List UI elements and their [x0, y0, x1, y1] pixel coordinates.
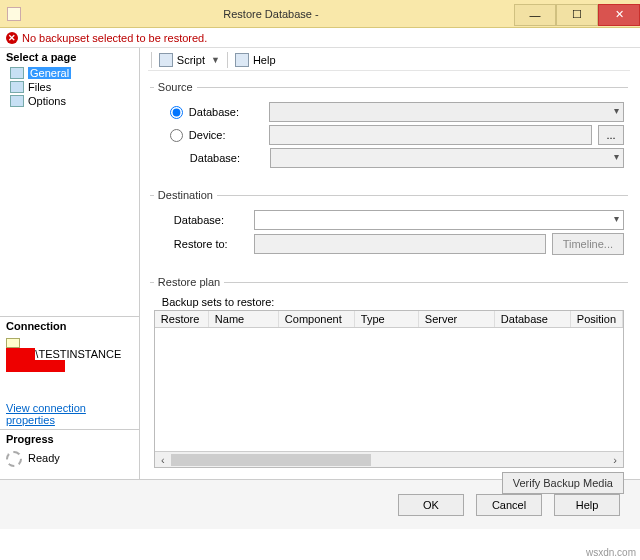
backup-sets-label: Backup sets to restore:: [154, 294, 624, 310]
destination-legend: Destination: [154, 189, 217, 201]
sidebar: Select a page General Files Options Conn…: [0, 48, 140, 479]
close-button[interactable]: ✕: [598, 4, 640, 26]
connection-title: Connection: [6, 320, 67, 332]
source-device-label: Device:: [189, 129, 269, 141]
page-icon: [10, 95, 24, 107]
col-restore[interactable]: Restore: [155, 311, 209, 327]
source-device-field: [269, 125, 592, 145]
destination-group: Destination Database: Restore to: Timeli…: [150, 189, 628, 264]
maximize-button[interactable]: ☐: [556, 4, 598, 26]
sidebar-item-options[interactable]: Options: [0, 94, 139, 108]
toolbar: Script ▼ Help: [148, 52, 630, 71]
page-icon: [10, 67, 24, 79]
source-device-browse-button[interactable]: ...: [598, 125, 624, 145]
backup-sets-grid[interactable]: Restore Name Component Type Server Datab…: [154, 310, 624, 468]
source-device-radio[interactable]: [170, 129, 183, 142]
page-icon: [10, 81, 24, 93]
horizontal-scrollbar[interactable]: ‹ ›: [155, 451, 623, 467]
select-page-title: Select a page: [0, 48, 139, 66]
content-panel: Script ▼ Help Source Database: Device: .…: [140, 48, 640, 479]
script-icon: [159, 53, 173, 67]
source-db-sublabel: Database:: [154, 152, 270, 164]
watermark-text: wsxdn.com: [586, 547, 636, 558]
col-component[interactable]: Component: [279, 311, 355, 327]
error-bar: ✕ No backupset selected to be restored.: [0, 28, 640, 48]
dest-database-combo[interactable]: [254, 210, 624, 230]
grid-header: Restore Name Component Type Server Datab…: [155, 311, 623, 328]
script-dropdown-icon[interactable]: ▼: [211, 55, 220, 65]
scroll-left-icon[interactable]: ‹: [155, 454, 171, 466]
source-database-combo[interactable]: [269, 102, 624, 122]
grid-body: [155, 328, 623, 451]
server-name: \TESTINSTANCE: [35, 348, 121, 360]
dest-database-label: Database:: [154, 214, 254, 226]
timeline-button[interactable]: Timeline...: [552, 233, 624, 255]
progress-title: Progress: [6, 433, 54, 445]
progress-section: Progress Ready: [0, 429, 139, 479]
restore-plan-legend: Restore plan: [154, 276, 224, 288]
window-title: Restore Database -: [28, 8, 514, 20]
toolbar-help-button[interactable]: Help: [253, 54, 276, 66]
spinner-icon: [6, 451, 22, 467]
dest-restore-to-label: Restore to:: [154, 238, 254, 250]
server-icon: [6, 338, 20, 348]
redacted-text: XXXXXXXX: [6, 360, 65, 372]
col-name[interactable]: Name: [209, 311, 279, 327]
scroll-thumb[interactable]: [171, 454, 371, 466]
ok-button[interactable]: OK: [398, 494, 464, 516]
scroll-right-icon[interactable]: ›: [607, 454, 623, 466]
source-legend: Source: [154, 81, 197, 93]
minimize-button[interactable]: —: [514, 4, 556, 26]
help-icon: [235, 53, 249, 67]
col-database[interactable]: Database: [495, 311, 571, 327]
restore-plan-group: Restore plan Backup sets to restore: Res…: [150, 276, 628, 504]
script-button[interactable]: Script: [177, 54, 205, 66]
title-bar: Restore Database - — ☐ ✕: [0, 0, 640, 28]
redacted-text: XXXX: [6, 348, 35, 360]
source-database-radio[interactable]: [170, 106, 183, 119]
source-database-label: Database:: [189, 106, 269, 118]
sidebar-item-files[interactable]: Files: [0, 80, 139, 94]
view-connection-properties-link[interactable]: View connection properties: [6, 402, 133, 426]
error-message: No backupset selected to be restored.: [22, 32, 207, 44]
sidebar-item-general[interactable]: General: [0, 66, 139, 80]
cancel-button[interactable]: Cancel: [476, 494, 542, 516]
source-group: Source Database: Device: ... Database:: [150, 81, 628, 177]
source-db-subcombo[interactable]: [270, 148, 624, 168]
progress-status: Ready: [28, 452, 60, 464]
connection-section: Connection XXXX\TESTINSTANCE XXXXXXXX Vi…: [0, 316, 139, 429]
verify-backup-media-button[interactable]: Verify Backup Media: [502, 472, 624, 494]
help-button[interactable]: Help: [554, 494, 620, 516]
app-icon: [7, 7, 21, 21]
col-type[interactable]: Type: [355, 311, 419, 327]
dest-restore-to-field: [254, 234, 546, 254]
error-icon: ✕: [6, 32, 18, 44]
col-position[interactable]: Position: [571, 311, 623, 327]
col-server[interactable]: Server: [419, 311, 495, 327]
